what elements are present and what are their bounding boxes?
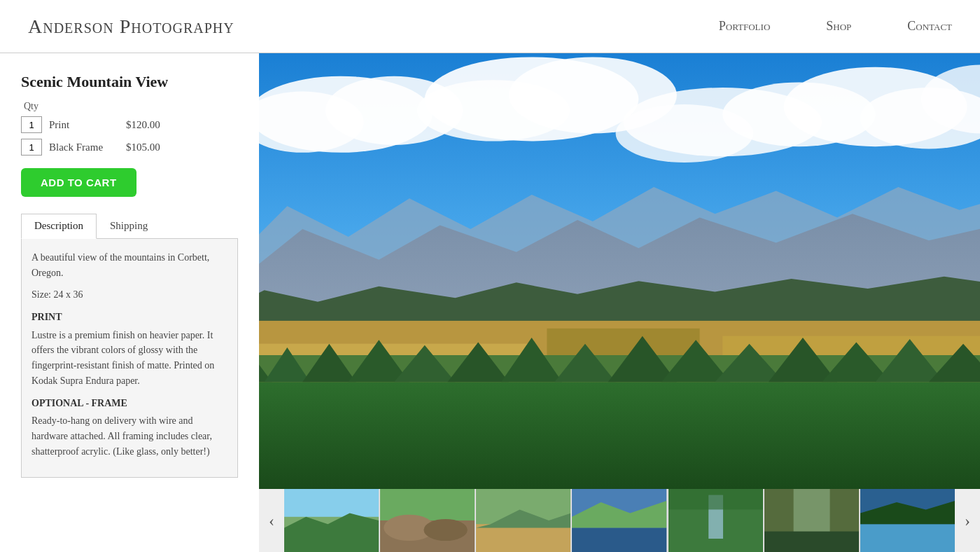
qty-input-print[interactable]	[21, 116, 42, 133]
add-to-cart-button[interactable]: ADD TO CART	[21, 168, 136, 197]
main-landscape-image	[259, 53, 980, 489]
svg-rect-58	[860, 524, 955, 552]
description-size: Size: 24 x 36	[31, 287, 227, 303]
svg-marker-21	[259, 382, 980, 489]
description-intro: A beautiful view of the mountains in Cor…	[31, 250, 227, 280]
main-nav: Portfolio Shop Contact	[719, 19, 952, 34]
thumbnail-6[interactable]	[764, 489, 859, 552]
print-body: Lustre is a premium finish on heavier pa…	[31, 328, 227, 389]
nav-portfolio[interactable]: Portfolio	[719, 19, 771, 34]
option-row-frame: Black Frame $105.00	[21, 139, 238, 156]
print-title: PRINT	[31, 310, 227, 325]
option-price-frame: $105.00	[126, 142, 160, 153]
svg-rect-39	[284, 489, 379, 517]
right-panel: ‹	[259, 53, 980, 552]
tab-content-description: A beautiful view of the mountains in Cor…	[21, 239, 238, 478]
thumbnail-7[interactable]	[860, 489, 955, 552]
frame-title: OPTIONAL - FRAME	[31, 396, 227, 411]
header: Anderson Photography Portfolio Shop Cont…	[0, 0, 980, 53]
product-title: Scenic Mountain View	[21, 73, 238, 91]
svg-rect-18	[547, 329, 699, 359]
svg-point-44	[424, 519, 468, 541]
site-logo: Anderson Photography	[28, 15, 234, 38]
qty-input-frame[interactable]	[21, 139, 42, 156]
option-name-frame: Black Frame	[49, 142, 119, 153]
thumbnail-1[interactable]	[284, 489, 379, 552]
prev-thumbnail-button[interactable]: ‹	[259, 489, 284, 552]
tab-shipping[interactable]: Shipping	[97, 214, 161, 238]
product-options: Print $120.00 Black Frame $105.00	[21, 116, 238, 156]
left-panel: Scenic Mountain View Qty Print $120.00 B…	[0, 53, 259, 552]
svg-rect-49	[572, 527, 666, 552]
thumbnails-container	[284, 489, 955, 552]
svg-rect-46	[476, 524, 570, 552]
svg-rect-56	[764, 532, 859, 552]
option-price-print: $120.00	[126, 119, 160, 131]
tabs: Description Shipping	[21, 214, 238, 239]
option-row-print: Print $120.00	[21, 116, 238, 133]
thumbnail-4[interactable]	[572, 489, 666, 552]
thumbnail-strip: ‹	[259, 489, 980, 552]
main-content: Scenic Mountain View Qty Print $120.00 B…	[0, 53, 980, 552]
svg-rect-53	[668, 489, 763, 509]
frame-body: Ready-to-hang on delivery with wire and …	[31, 413, 227, 459]
thumbnail-3[interactable]	[476, 489, 570, 552]
thumbnail-5[interactable]	[668, 489, 763, 552]
nav-shop[interactable]: Shop	[826, 19, 851, 34]
qty-label: Qty	[24, 101, 238, 112]
nav-contact[interactable]: Contact	[907, 19, 952, 34]
main-image-container	[259, 53, 980, 489]
thumbnail-2[interactable]	[380, 489, 475, 552]
next-thumbnail-button[interactable]: ›	[955, 489, 980, 552]
tab-description[interactable]: Description	[21, 214, 97, 239]
option-name-print: Print	[49, 119, 119, 131]
